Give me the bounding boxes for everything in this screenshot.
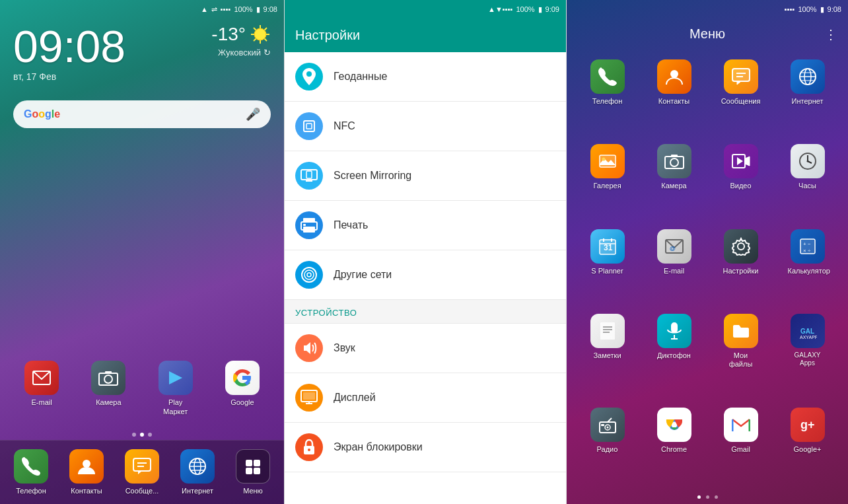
splanner-app-label: S Planner bbox=[591, 267, 623, 275]
settings-panel: ▲▼▪▪▪▪ 100% ▮ 9:09 Настройки Геоданные N… bbox=[284, 0, 567, 504]
phone-app-icon bbox=[590, 59, 625, 94]
refresh-icon[interactable]: ↻ bbox=[264, 48, 271, 57]
indicator-dot-1 bbox=[132, 433, 136, 437]
home-clock: 09:08 bbox=[13, 24, 211, 69]
microphone-icon[interactable]: 🎤 bbox=[246, 107, 260, 122]
weather-sun-icon bbox=[250, 24, 271, 45]
app-radio[interactable]: Радио bbox=[577, 404, 638, 484]
settings-other-networks[interactable]: Другие сети bbox=[285, 250, 566, 300]
dock-email-label: E-mail bbox=[32, 398, 52, 407]
indicator-dot-2 bbox=[140, 433, 144, 437]
dock-google-label: Google bbox=[230, 398, 254, 407]
settings-geodata[interactable]: Геоданные bbox=[285, 52, 566, 102]
app-clock[interactable]: Часы bbox=[777, 141, 838, 220]
apps-header: Меню ⋮ bbox=[567, 18, 848, 50]
gplus-app-label: Google+ bbox=[794, 445, 822, 454]
bottom-browser-app[interactable]: Интернет bbox=[170, 446, 225, 499]
settings-networks-label: Другие сети bbox=[334, 269, 392, 281]
app-splanner[interactable]: 31 S Planner bbox=[577, 226, 638, 305]
settings-display-label: Дисплей bbox=[334, 392, 376, 404]
settings-print-label: Печать bbox=[334, 219, 368, 231]
recorder-app-label: Диктофон bbox=[657, 351, 691, 360]
settings-sound[interactable]: Звук bbox=[285, 324, 566, 373]
myfiles-app-label: Мои файлы bbox=[721, 351, 761, 369]
app-gmail[interactable]: Gmail bbox=[710, 404, 771, 484]
app-internet[interactable]: Интернет bbox=[777, 56, 838, 135]
dock-play-app[interactable]: Play Маркет bbox=[144, 357, 207, 419]
search-bar[interactable]: Google 🎤 bbox=[13, 100, 271, 128]
svg-rect-96 bbox=[732, 418, 750, 431]
apps-menu-button[interactable]: ⋮ bbox=[824, 26, 837, 42]
svg-point-47 bbox=[670, 70, 678, 78]
bottom-menu-app[interactable]: Меню bbox=[225, 446, 281, 499]
bottom-sms-app[interactable]: Сообще... bbox=[114, 446, 170, 499]
settings-battery: 100% bbox=[516, 5, 534, 13]
app-contacts[interactable]: Контакты bbox=[643, 56, 705, 135]
home-signal-icon: ▲ bbox=[201, 5, 208, 13]
settings-status-bar: ▲▼▪▪▪▪ 100% ▮ 9:09 bbox=[285, 0, 566, 18]
svg-point-14 bbox=[83, 460, 90, 468]
notes-app-icon bbox=[590, 314, 625, 348]
bottom-contacts-app[interactable]: Контакты bbox=[59, 446, 114, 499]
apps-battery: 100% bbox=[798, 5, 816, 13]
chrome-app-icon bbox=[657, 408, 691, 442]
gmail-app-icon bbox=[724, 408, 758, 442]
clock-app-label: Часы bbox=[798, 182, 816, 190]
home-top-section: 09:08 вт, 17 Фев -13° Жуковски bbox=[0, 18, 284, 87]
dock-google-app[interactable]: Google bbox=[211, 357, 274, 419]
dock-camera-label: Камера bbox=[96, 398, 121, 407]
apps-status-bar: ▪▪▪▪ 100% ▮ 9:08 bbox=[567, 0, 848, 18]
app-myfiles[interactable]: Мои файлы bbox=[710, 310, 771, 399]
svg-rect-84 bbox=[671, 322, 678, 333]
settings-screen-mirroring[interactable]: Screen Mirroring bbox=[285, 151, 566, 201]
app-gplus[interactable]: g+ Google+ bbox=[777, 404, 838, 484]
bottom-sms-icon bbox=[125, 449, 159, 484]
home-battery-icon: ▮ bbox=[256, 5, 260, 14]
app-gallery[interactable]: Галерея bbox=[577, 141, 638, 220]
apps-grid: Телефон Контакты Сообщения Интернет Га bbox=[567, 50, 848, 490]
app-video[interactable]: Видео bbox=[710, 141, 771, 220]
clock-area: 09:08 вт, 17 Фев bbox=[13, 24, 211, 82]
app-camera2[interactable]: Камера bbox=[643, 141, 705, 220]
svg-rect-93 bbox=[601, 424, 604, 426]
home-spacer bbox=[0, 135, 284, 351]
internet-app-icon bbox=[791, 59, 825, 94]
settings-print[interactable]: Печать bbox=[285, 201, 566, 250]
app-chrome[interactable]: Chrome bbox=[643, 404, 705, 484]
svg-marker-64 bbox=[737, 157, 743, 165]
apps-indicator-3 bbox=[715, 495, 718, 499]
bottom-sms-label: Сообще... bbox=[125, 487, 159, 495]
svg-rect-61 bbox=[671, 155, 678, 157]
settings-sound-label: Звук bbox=[334, 342, 355, 354]
settings-app-icon bbox=[724, 229, 758, 264]
app-phone[interactable]: Телефон bbox=[577, 56, 638, 135]
svg-point-27 bbox=[306, 71, 312, 77]
splanner-app-icon: 31 bbox=[590, 229, 625, 264]
app-recorder[interactable]: Диктофон bbox=[643, 310, 705, 399]
home-wifi-icon: ⇌ bbox=[211, 5, 217, 14]
settings-lock-screen[interactable]: Экран блокировки bbox=[285, 423, 566, 472]
camera2-app-label: Камера bbox=[661, 182, 686, 190]
app-galaxy-apps[interactable]: GAL AXYAPPS GALAXY Apps bbox=[777, 310, 838, 399]
svg-marker-63 bbox=[745, 157, 750, 166]
app-sms[interactable]: Сообщения bbox=[710, 56, 771, 135]
svg-rect-35 bbox=[303, 227, 315, 233]
settings-nfc[interactable]: NFC bbox=[285, 102, 566, 151]
settings-section-device: УСТРОЙСТВО bbox=[285, 300, 566, 324]
app-notes[interactable]: Заметки bbox=[577, 310, 638, 399]
google-logo: Google bbox=[24, 108, 60, 120]
dock-email-app[interactable]: E-mail bbox=[10, 357, 73, 419]
home-screen: ▲ ⇌ ▪▪▪▪ 100% ▮ 9:08 09:08 вт, 17 Фев -1… bbox=[0, 0, 284, 504]
dock-camera-app[interactable]: Камера bbox=[77, 357, 140, 419]
home-signal-bars: ▪▪▪▪ bbox=[221, 5, 231, 13]
indicator-dot-3 bbox=[148, 433, 152, 437]
settings-geodata-label: Геоданные bbox=[334, 71, 387, 83]
settings-section-label: УСТРОЙСТВО bbox=[295, 308, 357, 318]
app-email2[interactable]: @ E-mail bbox=[643, 226, 705, 305]
network-icon-wrap bbox=[295, 261, 323, 289]
settings-display[interactable]: Дисплей bbox=[285, 373, 566, 423]
svg-text:GAL: GAL bbox=[800, 328, 814, 335]
app-calc[interactable]: + − × ÷ Калькулятор bbox=[777, 226, 838, 305]
app-settings[interactable]: Настройки bbox=[710, 226, 771, 305]
bottom-phone-app[interactable]: Телефон bbox=[3, 446, 59, 499]
